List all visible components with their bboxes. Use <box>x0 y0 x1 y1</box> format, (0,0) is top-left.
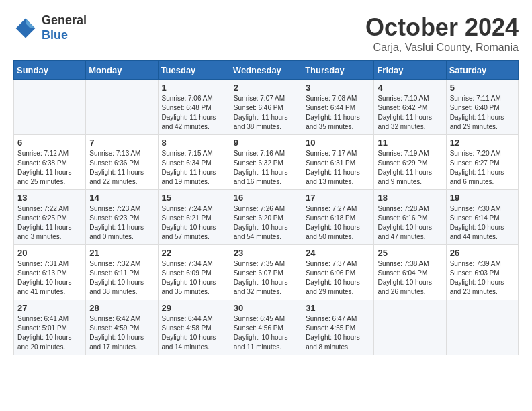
day-info: Sunrise: 7:13 AMSunset: 6:36 PMDaylight:… <box>89 149 154 187</box>
calendar-cell: 7Sunrise: 7:13 AMSunset: 6:36 PMDaylight… <box>86 135 158 190</box>
calendar-cell: 1Sunrise: 7:06 AMSunset: 6:48 PMDaylight… <box>158 80 230 135</box>
day-number: 19 <box>450 193 515 203</box>
logo-general: General <box>42 13 87 28</box>
day-number: 4 <box>378 83 442 93</box>
day-info: Sunrise: 7:27 AMSunset: 6:18 PMDaylight:… <box>306 204 370 242</box>
day-info: Sunrise: 7:20 AMSunset: 6:27 PMDaylight:… <box>450 149 515 187</box>
day-info: Sunrise: 7:28 AMSunset: 6:16 PMDaylight:… <box>378 204 442 242</box>
day-number: 3 <box>306 83 370 93</box>
calendar-cell: 23Sunrise: 7:35 AMSunset: 6:07 PMDayligh… <box>230 245 302 300</box>
calendar-cell: 21Sunrise: 7:32 AMSunset: 6:11 PMDayligh… <box>86 245 158 300</box>
week-row-3: 13Sunrise: 7:22 AMSunset: 6:25 PMDayligh… <box>14 190 519 245</box>
day-info: Sunrise: 6:41 AMSunset: 5:01 PMDaylight:… <box>17 314 82 352</box>
day-info: Sunrise: 7:23 AMSunset: 6:23 PMDaylight:… <box>89 204 154 242</box>
calendar-cell: 29Sunrise: 6:44 AMSunset: 4:58 PMDayligh… <box>158 300 230 355</box>
calendar-cell: 13Sunrise: 7:22 AMSunset: 6:25 PMDayligh… <box>14 190 86 245</box>
calendar-cell: 12Sunrise: 7:20 AMSunset: 6:27 PMDayligh… <box>446 135 518 190</box>
calendar-cell: 25Sunrise: 7:38 AMSunset: 6:04 PMDayligh… <box>374 245 446 300</box>
header-day-tuesday: Tuesday <box>158 61 230 80</box>
day-number: 2 <box>234 83 298 93</box>
day-number: 30 <box>234 303 298 313</box>
calendar-cell: 4Sunrise: 7:10 AMSunset: 6:42 PMDaylight… <box>374 80 446 135</box>
header-day-thursday: Thursday <box>302 61 374 80</box>
day-info: Sunrise: 7:35 AMSunset: 6:07 PMDaylight:… <box>234 259 298 297</box>
week-row-4: 20Sunrise: 7:31 AMSunset: 6:13 PMDayligh… <box>14 245 519 300</box>
day-number: 23 <box>234 248 298 258</box>
day-info: Sunrise: 7:19 AMSunset: 6:29 PMDaylight:… <box>378 149 442 187</box>
header-day-monday: Monday <box>86 61 158 80</box>
day-info: Sunrise: 7:26 AMSunset: 6:20 PMDaylight:… <box>234 204 298 242</box>
day-info: Sunrise: 7:37 AMSunset: 6:06 PMDaylight:… <box>306 259 370 297</box>
calendar-cell: 15Sunrise: 7:24 AMSunset: 6:21 PMDayligh… <box>158 190 230 245</box>
day-info: Sunrise: 7:32 AMSunset: 6:11 PMDaylight:… <box>89 259 154 297</box>
day-number: 12 <box>450 138 515 148</box>
day-info: Sunrise: 7:08 AMSunset: 6:44 PMDaylight:… <box>306 94 370 132</box>
day-info: Sunrise: 7:17 AMSunset: 6:31 PMDaylight:… <box>306 149 370 187</box>
header-day-saturday: Saturday <box>446 61 518 80</box>
day-info: Sunrise: 7:30 AMSunset: 6:14 PMDaylight:… <box>450 204 515 242</box>
calendar-cell: 9Sunrise: 7:16 AMSunset: 6:32 PMDaylight… <box>230 135 302 190</box>
week-row-5: 27Sunrise: 6:41 AMSunset: 5:01 PMDayligh… <box>14 300 519 355</box>
day-number: 21 <box>89 248 154 258</box>
day-info: Sunrise: 7:24 AMSunset: 6:21 PMDaylight:… <box>162 204 226 242</box>
day-info: Sunrise: 7:22 AMSunset: 6:25 PMDaylight:… <box>17 204 82 242</box>
header-day-friday: Friday <box>374 61 446 80</box>
day-number: 15 <box>162 193 226 203</box>
month-title: October 2024 <box>365 13 519 42</box>
day-number: 13 <box>17 193 82 203</box>
logo-blue: Blue <box>42 28 87 43</box>
day-info: Sunrise: 7:07 AMSunset: 6:46 PMDaylight:… <box>234 94 298 132</box>
day-number: 11 <box>378 138 442 148</box>
calendar-cell: 31Sunrise: 6:47 AMSunset: 4:55 PMDayligh… <box>302 300 374 355</box>
day-number: 6 <box>17 138 82 148</box>
day-info: Sunrise: 7:38 AMSunset: 6:04 PMDaylight:… <box>378 259 442 297</box>
calendar-cell: 8Sunrise: 7:15 AMSunset: 6:34 PMDaylight… <box>158 135 230 190</box>
day-info: Sunrise: 6:42 AMSunset: 4:59 PMDaylight:… <box>89 314 154 352</box>
day-number: 24 <box>306 248 370 258</box>
week-row-1: 1Sunrise: 7:06 AMSunset: 6:48 PMDaylight… <box>14 80 519 135</box>
day-info: Sunrise: 7:06 AMSunset: 6:48 PMDaylight:… <box>162 94 226 132</box>
header-day-sunday: Sunday <box>14 61 86 80</box>
day-number: 8 <box>162 138 226 148</box>
day-info: Sunrise: 6:45 AMSunset: 4:56 PMDaylight:… <box>234 314 298 352</box>
day-number: 25 <box>378 248 442 258</box>
page-header: General Blue October 2024 Carja, Vaslui … <box>13 13 519 54</box>
calendar-cell: 24Sunrise: 7:37 AMSunset: 6:06 PMDayligh… <box>302 245 374 300</box>
day-number: 31 <box>306 303 370 313</box>
day-number: 20 <box>17 248 82 258</box>
calendar-cell <box>374 300 446 355</box>
calendar-cell: 30Sunrise: 6:45 AMSunset: 4:56 PMDayligh… <box>230 300 302 355</box>
calendar-cell: 22Sunrise: 7:34 AMSunset: 6:09 PMDayligh… <box>158 245 230 300</box>
day-number: 27 <box>17 303 82 313</box>
day-number: 5 <box>450 83 515 93</box>
calendar-cell: 18Sunrise: 7:28 AMSunset: 6:16 PMDayligh… <box>374 190 446 245</box>
calendar-cell: 14Sunrise: 7:23 AMSunset: 6:23 PMDayligh… <box>86 190 158 245</box>
calendar-cell: 5Sunrise: 7:11 AMSunset: 6:40 PMDaylight… <box>446 80 518 135</box>
location-title: Carja, Vaslui County, Romania <box>365 42 519 54</box>
day-number: 1 <box>162 83 226 93</box>
week-row-2: 6Sunrise: 7:12 AMSunset: 6:38 PMDaylight… <box>14 135 519 190</box>
calendar-cell: 17Sunrise: 7:27 AMSunset: 6:18 PMDayligh… <box>302 190 374 245</box>
day-info: Sunrise: 7:10 AMSunset: 6:42 PMDaylight:… <box>378 94 442 132</box>
logo: General Blue <box>13 13 87 42</box>
day-info: Sunrise: 7:16 AMSunset: 6:32 PMDaylight:… <box>234 149 298 187</box>
day-number: 16 <box>234 193 298 203</box>
day-number: 29 <box>162 303 226 313</box>
calendar-cell: 28Sunrise: 6:42 AMSunset: 4:59 PMDayligh… <box>86 300 158 355</box>
calendar-cell: 20Sunrise: 7:31 AMSunset: 6:13 PMDayligh… <box>14 245 86 300</box>
day-number: 7 <box>89 138 154 148</box>
header-day-wednesday: Wednesday <box>230 61 302 80</box>
calendar-cell: 11Sunrise: 7:19 AMSunset: 6:29 PMDayligh… <box>374 135 446 190</box>
title-block: October 2024 Carja, Vaslui County, Roman… <box>365 13 519 54</box>
header-row: SundayMondayTuesdayWednesdayThursdayFrid… <box>14 61 519 80</box>
day-info: Sunrise: 7:31 AMSunset: 6:13 PMDaylight:… <box>17 259 82 297</box>
calendar-table: SundayMondayTuesdayWednesdayThursdayFrid… <box>13 60 519 355</box>
calendar-cell <box>86 80 158 135</box>
calendar-cell: 26Sunrise: 7:39 AMSunset: 6:03 PMDayligh… <box>446 245 518 300</box>
calendar-body: 1Sunrise: 7:06 AMSunset: 6:48 PMDaylight… <box>14 80 519 355</box>
calendar-cell <box>14 80 86 135</box>
day-number: 10 <box>306 138 370 148</box>
calendar-header: SundayMondayTuesdayWednesdayThursdayFrid… <box>14 61 519 80</box>
day-number: 14 <box>89 193 154 203</box>
day-info: Sunrise: 7:39 AMSunset: 6:03 PMDaylight:… <box>450 259 515 297</box>
